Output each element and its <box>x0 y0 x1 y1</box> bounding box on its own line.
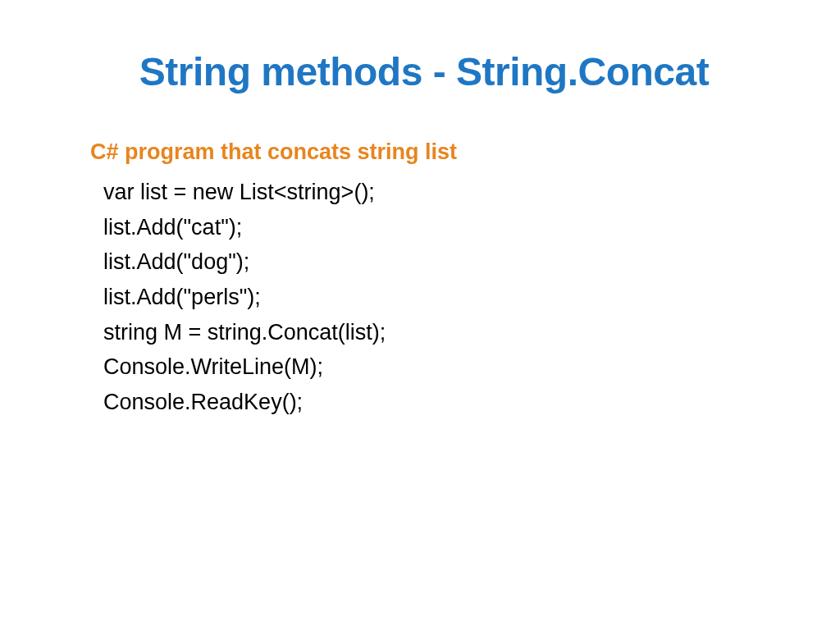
code-line: Console.ReadKey(); <box>90 385 766 420</box>
code-line: list.Add("dog"); <box>90 244 766 280</box>
code-line: list.Add("perls"); <box>90 280 766 315</box>
slide-title: String methods - String.Concat <box>82 49 766 94</box>
slide-content: C# program that concats string list var … <box>82 139 766 420</box>
code-line: var list = new List<string>(); <box>90 175 766 210</box>
section-subtitle: C# program that concats string list <box>90 139 766 165</box>
code-line: Console.WriteLine(M); <box>90 349 766 385</box>
code-line: list.Add("cat"); <box>90 210 766 245</box>
code-line: string M = string.Concat(list); <box>90 315 766 350</box>
